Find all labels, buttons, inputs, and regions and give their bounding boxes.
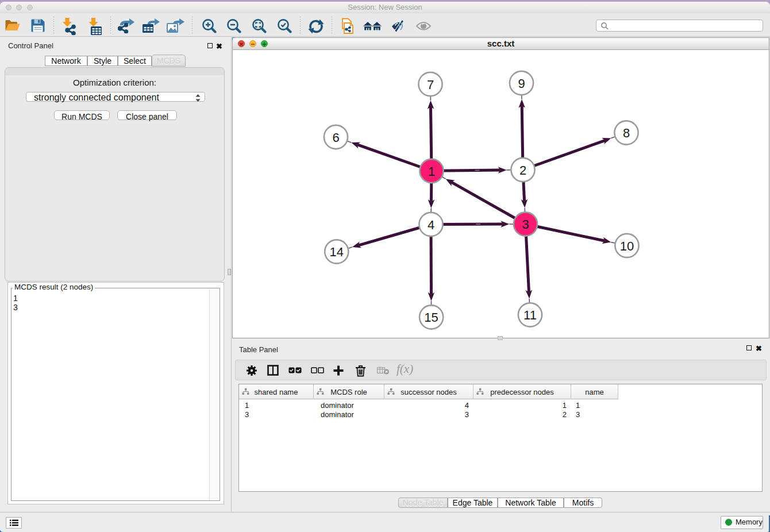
- svg-text:11: 11: [523, 308, 537, 322]
- svg-text:9: 9: [518, 76, 525, 91]
- svg-text:8: 8: [623, 126, 630, 140]
- svg-text:10: 10: [620, 239, 634, 253]
- svg-text:2: 2: [519, 163, 526, 178]
- svg-text:4: 4: [428, 218, 434, 232]
- svg-text:14: 14: [330, 245, 344, 259]
- svg-text:7: 7: [427, 78, 434, 92]
- svg-text:6: 6: [332, 130, 339, 145]
- svg-text:3: 3: [522, 217, 529, 232]
- svg-text:15: 15: [424, 310, 438, 325]
- svg-text:1: 1: [428, 164, 435, 179]
